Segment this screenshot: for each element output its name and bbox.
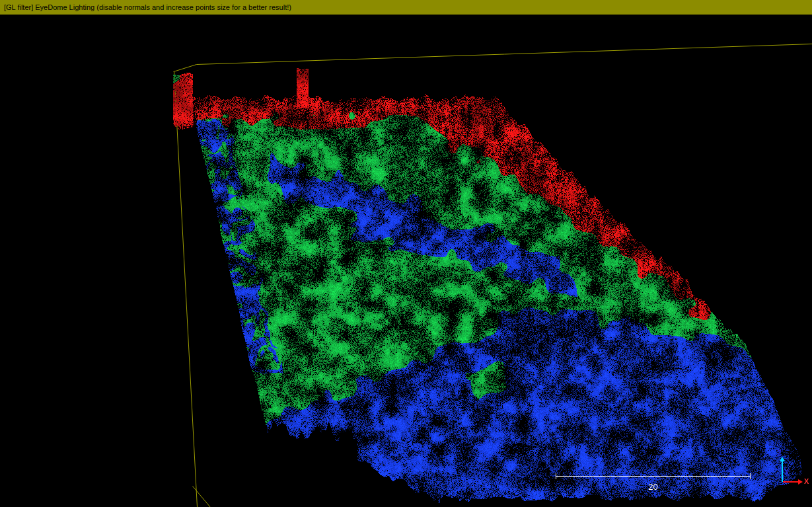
scale-bar-label: 20: [556, 482, 751, 492]
cloudcompare-window: [GL filter] EyeDome Lighting (disable no…: [0, 0, 812, 507]
axis-gizmo: Z Y X: [765, 448, 812, 494]
scale-bar-right-tick: [750, 473, 751, 479]
scale-bar: 20: [556, 473, 751, 492]
3d-viewport-point-cloud[interactable]: [0, 0, 812, 507]
x-axis-label: X: [804, 477, 809, 485]
z-axis-line: [782, 461, 783, 482]
gl-filter-banner: [GL filter] EyeDome Lighting (disable no…: [0, 0, 812, 15]
z-axis-label: Z: [777, 449, 782, 457]
x-axis-arrow-icon: [798, 479, 803, 485]
scale-bar-left-tick: [556, 473, 556, 479]
x-axis-line: [783, 481, 798, 483]
scale-bar-line: [556, 473, 751, 479]
scale-bar-rule: [556, 476, 751, 477]
gl-filter-banner-text: [GL filter] EyeDome Lighting (disable no…: [4, 3, 291, 11]
y-axis-label: Y: [784, 467, 789, 475]
z-axis-arrow-icon: [780, 457, 785, 461]
